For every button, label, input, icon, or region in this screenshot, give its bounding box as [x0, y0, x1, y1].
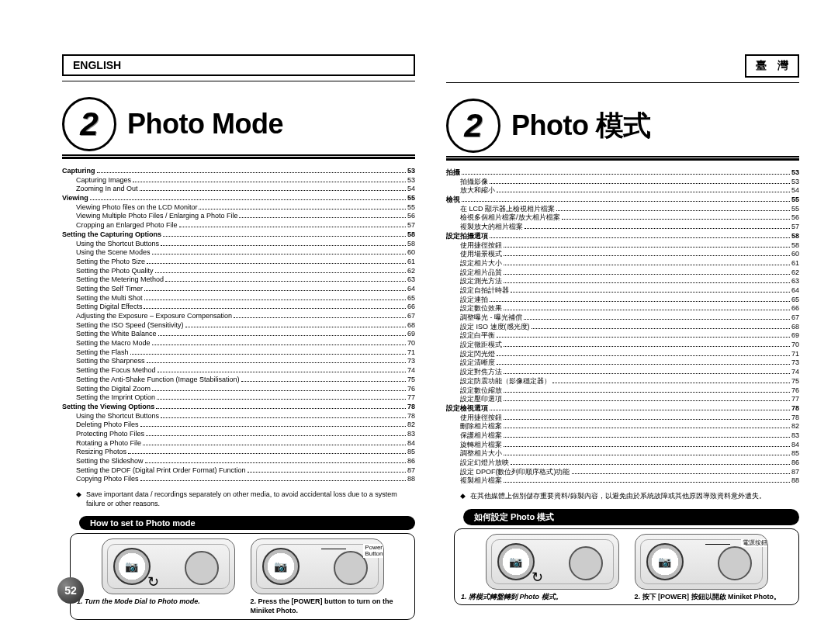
toc-leader	[462, 174, 790, 175]
mode-dial-icon: 📷	[262, 548, 300, 585]
toc-page: 58	[407, 240, 415, 249]
toc-row: Setting the Multi Shot65	[62, 294, 415, 303]
toc-leader	[504, 437, 790, 438]
toc-page: 65	[407, 294, 415, 303]
toc-leader	[163, 236, 406, 237]
toc-row: 設定自拍計時器64	[446, 286, 799, 296]
toc-row: 使用場景模式60	[446, 250, 799, 259]
chapter-title: Photo Mode	[127, 108, 283, 140]
toc-row: 拍攝影像53	[446, 178, 799, 187]
toc-page: 85	[407, 448, 415, 457]
toc-page: 83	[407, 430, 415, 439]
toc-label: 旋轉相片檔案	[460, 441, 502, 450]
toc-row: 設定清晰度73	[446, 358, 799, 368]
toc-row: 拍攝53	[446, 168, 799, 178]
toc-label: 檢視多個相片檔案/放大相片檔案	[460, 213, 560, 223]
toc-leader	[504, 255, 790, 256]
toc-leader	[144, 290, 406, 291]
arrow-icon: ↻	[532, 569, 543, 586]
toc-row: Viewing55	[62, 194, 415, 203]
toc-row: 在 LCD 顯示器上檢視相片檔案55	[446, 205, 799, 214]
toc-label: Using the Scene Modes	[76, 248, 151, 258]
toc-row: 設定檢視選項78	[446, 404, 799, 414]
toc-leader	[144, 308, 406, 309]
rule-top	[446, 82, 799, 83]
toc-page: 76	[791, 386, 799, 396]
toc-row: 設定 DPOF(數位列印順序格式)功能87	[446, 468, 799, 477]
toc-label: Setting the Imprint Option	[76, 393, 155, 403]
toc-label: Copying Photo Files	[76, 475, 139, 484]
toc-label: Setting the Slideshow	[76, 457, 144, 466]
toc-label: Setting the Multi Shot	[76, 294, 143, 303]
toc-leader	[504, 282, 790, 283]
toc-page: 75	[791, 377, 799, 386]
toc-label: 設定 ISO 速度(感光度)	[460, 323, 530, 332]
toc-page: 62	[407, 267, 415, 276]
toc-row: 調整曝光 - 曝光補償67	[446, 313, 799, 323]
toc-leader	[239, 217, 406, 218]
toc-leader	[504, 419, 790, 420]
toc-label: Viewing	[62, 194, 88, 203]
toc-leader	[130, 354, 406, 355]
toc-leader	[504, 346, 790, 347]
camera-figure-dial: 📷 ↻	[486, 534, 619, 590]
toc-row: 複製相片檔案88	[446, 476, 799, 486]
toc-leader	[490, 237, 790, 238]
callout-line	[705, 544, 730, 545]
diamond-icon: ◆	[460, 492, 466, 501]
toc-label: Capturing Images	[76, 176, 131, 185]
toc-leader	[524, 319, 790, 320]
note: ◆ 在其他媒體上個別儲存重要資料/錄製內容，以避免由於系統故障或其他原因導致資料…	[460, 492, 799, 501]
toc-page: 62	[791, 268, 799, 278]
toc-label: Setting the Capturing Options	[62, 230, 161, 240]
toc-page: 78	[407, 403, 415, 412]
toc-page: 55	[791, 196, 799, 205]
toc-label: Setting the Flash	[76, 348, 129, 358]
toc-row: Setting the Focus Method74	[62, 366, 415, 376]
toc-leader	[147, 263, 406, 264]
toc-page: 75	[407, 376, 415, 385]
toc-label: Capturing	[62, 167, 95, 176]
toc-page: 71	[791, 350, 799, 359]
toc-label: Setting the White Balance	[76, 330, 157, 339]
toc-leader	[504, 265, 790, 265]
toc-row: 刪除相片檔案82	[446, 422, 799, 431]
toc-label: Setting the Photo Size	[76, 258, 145, 267]
toc-page: 67	[791, 313, 799, 323]
toc-leader	[504, 400, 790, 401]
chapter-number-badge: 2	[446, 99, 500, 153]
toc-row: 設定幻燈片放映86	[446, 459, 799, 468]
toc-leader	[158, 372, 406, 372]
toc-row: 使用捷徑按鈕58	[446, 241, 799, 251]
toc-leader	[241, 381, 406, 382]
toc-page: 56	[791, 213, 799, 223]
toc-page: 67	[407, 312, 415, 321]
toc-page: 58	[791, 241, 799, 251]
toc-label: Setting the Self Timer	[76, 285, 143, 294]
toc-leader	[552, 383, 790, 383]
toc-row: 設定數位效果66	[446, 304, 799, 313]
rule-top	[62, 81, 415, 81]
toc-label: 設定相片大小	[460, 259, 502, 268]
toc-page: 73	[407, 357, 415, 366]
toc-label: Setting the Focus Method	[76, 366, 156, 376]
toc-row: Setting the Photo Quality62	[62, 267, 415, 276]
toc-row: 檢視多個相片檔案/放大相片檔案56	[446, 213, 799, 223]
toc-leader	[504, 392, 790, 393]
toc-page: 86	[407, 457, 415, 466]
toc-label: 拍攝影像	[460, 178, 488, 187]
toc-label: 設定連拍	[460, 296, 488, 305]
toc-row: Setting the Capturing Options58	[62, 230, 415, 240]
page-number: 52	[57, 577, 84, 604]
toc-leader	[504, 274, 790, 275]
toc-row: Setting the Sharpness73	[62, 357, 415, 366]
toc-page: 87	[407, 466, 415, 476]
toc-leader	[152, 345, 406, 345]
toc-page: 74	[791, 368, 799, 377]
toc-row: Setting the Photo Size61	[62, 258, 415, 267]
toc-page: 82	[791, 422, 799, 431]
toc-label: 調整曝光 - 曝光補償	[460, 313, 522, 323]
toc-page: 73	[791, 358, 799, 368]
page-right: 臺 灣 2 Photo 模式 拍攝53拍攝影像53放大和縮小54檢視55在 LC…	[431, 23, 799, 628]
step-2: 2. 按下 [POWER] 按鈕以開啟 Miniket Photo。	[635, 593, 793, 602]
